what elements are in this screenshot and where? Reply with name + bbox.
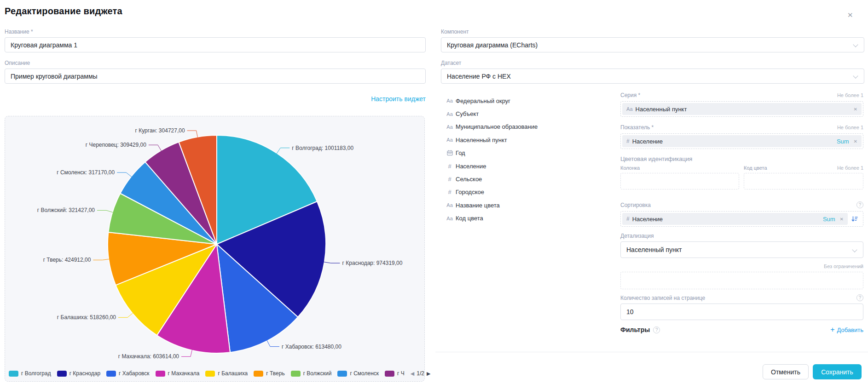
plus-icon: + [830,326,834,333]
sorting-label: Сортировка [620,202,651,208]
pie-label: г Курган: 304727,00 [135,127,185,134]
dataset-field-group: Датасет Население РФ с HEX [441,60,864,84]
configure-widget-row: Настроить виджет [5,95,426,103]
legend-label: г Смоленск [350,370,379,377]
component-label: Компонент [441,29,864,35]
legend-pager: ◀ 1/2 ▶ [411,370,431,377]
indicator-chip-label: Население [632,138,837,145]
legend-item[interactable]: г Ч [385,370,405,377]
legend-label: г Ч [397,370,405,377]
pie-label-line [277,148,289,154]
dataset-field-item[interactable]: Год [445,147,583,160]
configure-widget-link[interactable]: Настроить виджет [371,95,426,103]
color-code-label: Код цвета [744,165,767,171]
color-code-dropzone[interactable] [744,173,863,189]
dataset-field-item[interactable]: АаМуниципальное образование [445,120,583,133]
indicator-dropzone[interactable]: # Население Sum ✕ [620,133,863,149]
close-icon[interactable]: ✕ [847,11,853,19]
aggregation-badge[interactable]: Sum [837,138,849,145]
help-icon[interactable]: ? [653,327,660,333]
component-select[interactable]: Круговая диаграмма (ECharts) [441,37,864,52]
pie-label-line [267,340,279,346]
chevron-down-icon [853,42,858,47]
legend-swatch [57,371,67,377]
legend-item[interactable]: г Краснодар [57,370,100,377]
cancel-button[interactable]: Отменить [763,364,809,379]
dataset-field-item[interactable]: АаФедеральный округ [445,94,583,107]
legend-item[interactable]: г Волгоград [9,370,51,377]
sorting-chip[interactable]: # Население Sum ✕ [622,213,848,225]
description-field-group: Описание [5,60,426,84]
indicator-chip[interactable]: # Население Sum ✕ [622,135,862,147]
legend-item[interactable]: г Тверь [254,370,284,377]
legend-item[interactable]: г Хабаровск [106,370,150,377]
footer-divider [435,352,868,352]
extra-dropzone[interactable] [620,272,863,289]
hash-icon: # [626,138,630,144]
legend-label: г Тверь [266,370,284,377]
dataset-field-item[interactable]: АаКод цвета [445,212,583,225]
add-filter-button[interactable]: + Добавить [830,326,863,333]
remove-icon[interactable]: ✕ [854,139,857,144]
pie-label: г Волжский: 321427,00 [37,207,95,213]
color-column-label: Колонка [620,165,640,171]
color-identification-section: Цветовая идентификация Колонка Код цвета… [620,155,863,189]
dataset-field-item[interactable]: АаНазвание цвета [445,199,583,212]
indicator-label: Показатель * [620,124,654,131]
dataset-field-item[interactable]: АаСубъект [445,107,583,120]
legend-item[interactable]: г Балашиха [205,370,248,377]
page-size-label: Количество записей на странице [620,295,705,301]
color-column-dropzone[interactable] [620,173,739,189]
calendar-icon [445,150,455,156]
add-filter-label: Добавить [837,327,863,333]
pie-chart: г Волгоград: 1001183,00г Краснодар: 9743… [5,116,425,368]
dataset-field-label: Код цвета [456,215,483,222]
series-chip[interactable]: Аа Населенный пункт ✕ [622,103,862,115]
dataset-field-label: Федеральный округ [456,97,510,104]
legend-next-icon[interactable]: ▶ [427,371,430,376]
dataset-field-label: Название цвета [456,202,500,209]
dataset-field-list: АаФедеральный округАаСубъектАаМуниципаль… [445,94,583,225]
description-label: Описание [5,60,426,66]
component-value: Круговая диаграмма (ECharts) [447,41,538,49]
legend-label: г Махачкала [168,370,200,377]
pie-label: г Тверь: 424912,00 [43,257,91,263]
series-dropzone[interactable]: Аа Населенный пункт ✕ [620,101,863,117]
remove-icon[interactable]: ✕ [840,217,844,222]
name-field-group: Название * [5,29,426,52]
chart-legend: г Волгоградг Краснодарг Хабаровскг Махач… [9,368,422,379]
dataset-field-item[interactable]: #Население [445,160,583,172]
legend-item[interactable]: г Махачкала [156,370,200,377]
sort-descending-icon[interactable] [848,213,862,225]
sorting-group: Сортировка ? # Население Sum ✕ [620,201,863,227]
dataset-select[interactable]: Население РФ с HEX [441,69,864,84]
legend-item[interactable]: г Волжский [291,370,332,377]
help-icon[interactable]: ? [856,201,863,208]
remove-icon[interactable]: ✕ [854,107,857,112]
aggregation-badge[interactable]: Sum [823,216,835,223]
series-chip-label: Населенный пункт [636,106,854,113]
description-input[interactable] [5,69,426,84]
legend-item[interactable]: г Смоленск [337,370,379,377]
help-icon[interactable]: ? [856,294,863,301]
name-input[interactable] [5,37,426,52]
pie-label: г Смоленск: 317170,00 [57,169,115,176]
detail-select[interactable]: Населенный пункт [620,241,863,258]
legend-label: г Балашиха [218,370,248,377]
page-size-input[interactable] [620,304,863,320]
series-limit-label: Не более 1 [837,92,863,98]
Aa-icon: Аа [445,98,455,103]
sorting-chip-label: Население [632,216,823,223]
legend-prev-icon[interactable]: ◀ [411,371,414,376]
chevron-down-icon [853,73,858,78]
dataset-field-item[interactable]: #Сельское [445,172,583,185]
sorting-dropzone[interactable]: # Население Sum ✕ [620,211,863,227]
hash-icon: # [445,176,455,183]
pie-label: г Махачкала: 603614,00 [118,353,179,360]
save-button[interactable]: Сохранить [813,364,862,379]
pie-label-line [187,131,198,138]
dataset-field-item[interactable]: АаНаселенный пункт [445,133,583,146]
indicator-limit-label: Не более 1 [837,125,863,130]
dataset-field-item[interactable]: #Городское [445,186,583,199]
dataset-field-label: Год [456,149,465,156]
